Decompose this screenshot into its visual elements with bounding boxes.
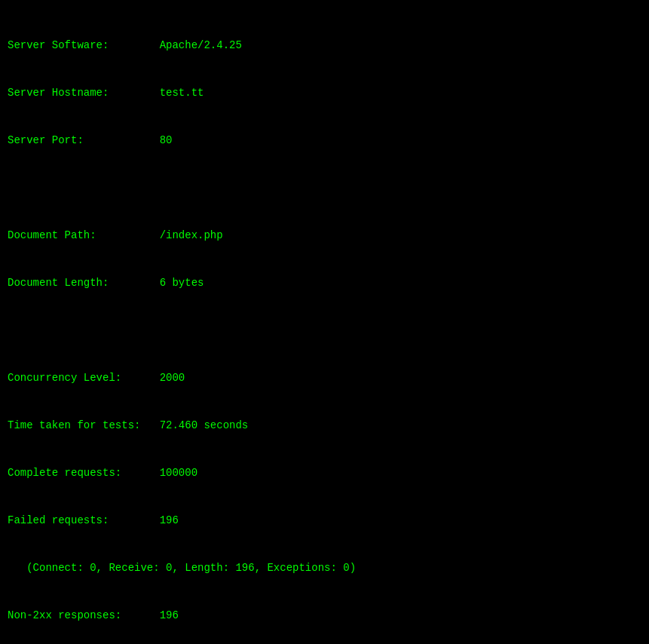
server-software-text: Server Software: Apache/2.4.25 <box>8 39 242 51</box>
line-time-taken: Time taken for tests: 72.460 seconds <box>8 418 641 434</box>
line-document-length: Document Length: 6 bytes <box>8 275 641 291</box>
line-non-2xx: Non-2xx responses: 196 <box>8 608 641 624</box>
non-2xx-text: Non-2xx responses: 196 <box>8 609 179 621</box>
document-length-text: Document Length: 6 bytes <box>8 277 204 289</box>
terminal-text: Server Software: Apache/2.4.25 Server Ho… <box>8 6 641 644</box>
failed-detail-text: (Connect: 0, Receive: 0, Length: 196, Ex… <box>8 562 356 574</box>
time-taken-text: Time taken for tests: 72.460 seconds <box>8 419 248 431</box>
line-server-software: Server Software: Apache/2.4.25 <box>8 38 641 54</box>
server-port-text: Server Port: 80 <box>8 134 172 146</box>
failed-requests-text: Failed requests: 196 <box>8 514 179 526</box>
line-concurrency: Concurrency Level: 2000 <box>8 370 641 386</box>
server-hostname-text: Server Hostname: test.tt <box>8 87 204 99</box>
concurrency-text: Concurrency Level: 2000 <box>8 372 185 384</box>
line-failed-requests: Failed requests: 196 <box>8 513 641 529</box>
line-complete-requests: Complete requests: 100000 <box>8 465 641 481</box>
line-server-hostname: Server Hostname: test.tt <box>8 85 641 101</box>
document-path-text: Document Path: /index.php <box>8 229 223 241</box>
line-blank2 <box>8 323 641 339</box>
line-document-path: Document Path: /index.php <box>8 228 641 244</box>
complete-requests-text: Complete requests: 100000 <box>8 467 197 479</box>
line-blank1 <box>8 180 641 196</box>
terminal-output: Server Software: Apache/2.4.25 Server Ho… <box>8 6 641 644</box>
line-server-port: Server Port: 80 <box>8 133 641 149</box>
line-failed-detail: (Connect: 0, Receive: 0, Length: 196, Ex… <box>8 560 641 576</box>
